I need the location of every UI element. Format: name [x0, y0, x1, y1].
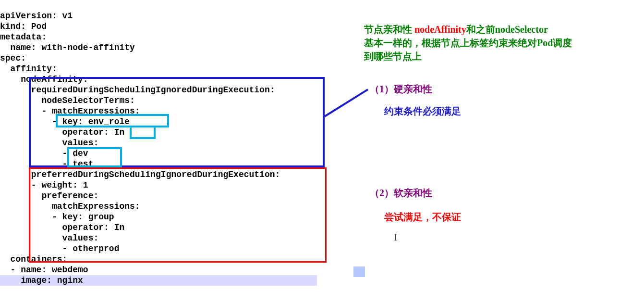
code-line: - name: webdemo: [0, 265, 88, 275]
text-cursor-icon: I: [394, 231, 397, 243]
code-line: containers:: [0, 254, 67, 264]
code-line: metadata:: [0, 32, 47, 42]
code-line: - weight: 1: [0, 180, 88, 190]
code-line: nodeAffinity:: [0, 75, 88, 84]
selection-marker: [353, 266, 365, 277]
code-line: - dev: [0, 149, 88, 158]
annotation-hard-desc: 约束条件必须满足: [384, 105, 461, 118]
code-line: preference:: [0, 191, 98, 201]
code-line: kind: Pod: [0, 22, 47, 31]
intro-part3: 和之前nodeSelector: [466, 24, 548, 35]
code-line: - test: [0, 159, 93, 169]
code-line-current: image: nginx: [0, 275, 317, 286]
code-line: operator: In: [0, 223, 124, 232]
code-line: requiredDuringSchedulingIgnoredDuringExe…: [0, 85, 275, 95]
intro-keyword: nodeAffinity: [414, 24, 466, 35]
code-line: spec:: [0, 53, 26, 63]
code-line: values:: [0, 138, 98, 148]
code-line: - otherprod: [0, 244, 119, 253]
annotation-intro: 节点亲和性 nodeAffinity和之前nodeSelector: [364, 23, 548, 36]
code-line: nodeSelectorTerms:: [0, 96, 135, 105]
code-line: operator: In: [0, 127, 124, 137]
annotation-intro-line2: 基本一样的，根据节点上标签约束来绝对Pod调度: [364, 37, 572, 50]
yaml-code-block: apiVersion: v1 kind: Pod metadata: name:…: [0, 0, 317, 286]
code-line: - matchExpressions:: [0, 106, 140, 116]
annotation-intro-line3: 到哪些节点上: [364, 50, 422, 63]
code-line: apiVersion: v1: [0, 11, 73, 21]
code-line: affinity:: [0, 64, 57, 74]
svg-line-0: [325, 89, 368, 116]
code-line: - key: env_role: [0, 117, 130, 127]
code-line: values:: [0, 233, 98, 243]
code-line: preferredDuringSchedulingIgnoredDuringEx…: [0, 170, 280, 179]
code-line: matchExpressions:: [0, 202, 140, 211]
annotation-soft-title: （2）软亲和性: [370, 187, 432, 200]
code-line: name: with-node-affinity: [0, 43, 135, 52]
code-line: - key: group: [0, 212, 114, 222]
annotation-hard-title: （1）硬亲和性: [370, 83, 432, 96]
intro-part1: 节点亲和性: [364, 24, 414, 35]
annotation-soft-desc: 尝试满足，不保证: [384, 211, 461, 224]
